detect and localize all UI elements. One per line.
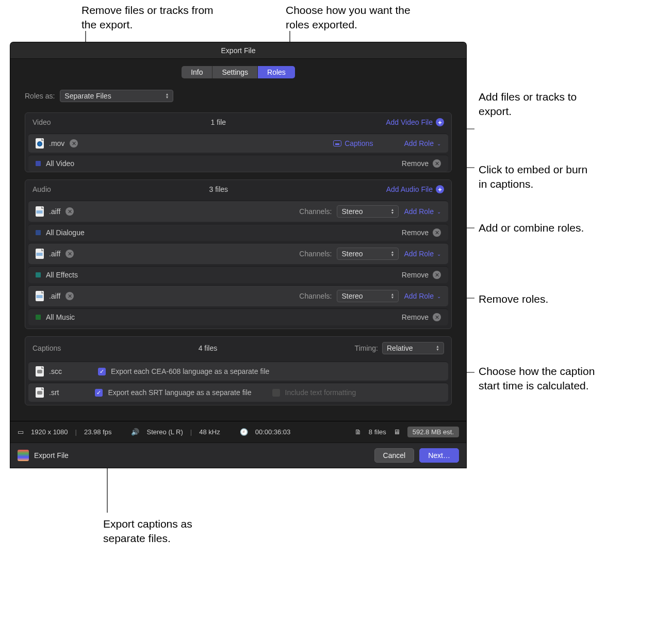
- cancel-button[interactable]: Cancel: [374, 448, 415, 463]
- caption-file-icon: [36, 387, 44, 398]
- next-button[interactable]: Next…: [419, 448, 459, 463]
- channels-select[interactable]: Stereo ▲▼: [337, 205, 399, 218]
- captions-section: Captions 4 files Timing: Relative ▲▼ .sc…: [25, 336, 452, 405]
- include-formatting-checkbox[interactable]: ✓: [272, 389, 280, 397]
- status-size: 592.8 MB est.: [407, 427, 459, 437]
- captions-count: 4 files: [61, 344, 354, 352]
- remove-role-button[interactable]: Remove ✕: [402, 159, 441, 168]
- remove-role-button[interactable]: Remove ✕: [402, 228, 441, 237]
- srt-checkbox[interactable]: ✓: [95, 389, 103, 397]
- tab-bar: Info Settings Roles: [10, 66, 466, 78]
- tab-roles[interactable]: Roles: [258, 66, 295, 78]
- updown-icon: ▲▼: [390, 251, 394, 257]
- audio-role-row: All Music Remove ✕: [28, 308, 448, 325]
- video-role-name: All Video: [46, 159, 74, 168]
- channels-label: Channels:: [299, 250, 332, 258]
- remove-file-icon[interactable]: ✕: [65, 207, 74, 216]
- roles-as-select[interactable]: Separate Files ▲▼: [60, 90, 173, 102]
- roles-as-value: Separate Files: [64, 92, 111, 100]
- window-title: Export File: [221, 46, 256, 55]
- tab-settings[interactable]: Settings: [212, 66, 258, 78]
- video-file-row: .mov ✕ Captions Add Role ⌄: [28, 134, 448, 153]
- add-audio-file-button[interactable]: Add Audio File +: [386, 185, 444, 193]
- swatch: [36, 315, 41, 320]
- add-role-audio-button[interactable]: Add Role ⌄: [404, 207, 441, 216]
- plus-icon: +: [436, 185, 444, 193]
- annotation-timing: Choose how the caption start time is cal…: [479, 364, 597, 394]
- annotation-remove-roles: Remove roles.: [479, 292, 582, 306]
- updown-icon: ▲▼: [390, 208, 394, 215]
- chevron-down-icon: ⌄: [437, 293, 441, 299]
- footer-title: Export File: [34, 451, 69, 460]
- scc-checkbox[interactable]: ✓: [98, 368, 106, 375]
- status-bar: ▭ 1920 x 1080 | 23.98 fps 🔊 Stereo (L R)…: [10, 421, 466, 443]
- add-role-audio-button[interactable]: Add Role ⌄: [404, 292, 441, 300]
- updown-icon: ▲▼: [165, 93, 169, 99]
- add-role-audio-button[interactable]: Add Role ⌄: [404, 250, 441, 258]
- remove-file-icon[interactable]: ✕: [65, 292, 74, 300]
- app-icon: [18, 450, 29, 461]
- annotation-remove-files: Remove files or tracks from the export.: [81, 3, 226, 32]
- aiff-file-icon: [36, 249, 44, 259]
- annotation-choose-roles: Choose how you want the roles exported.: [286, 3, 430, 32]
- caption-file-icon: [36, 366, 44, 377]
- speaker-icon: 🔊: [131, 428, 139, 436]
- role-name: All Effects: [46, 271, 78, 279]
- tab-info[interactable]: Info: [182, 66, 212, 78]
- titlebar: Export File: [10, 42, 466, 59]
- close-icon: ✕: [433, 313, 441, 321]
- include-formatting-label: Include text formatting: [285, 388, 356, 397]
- export-window: Export File Info Settings Roles Roles as…: [10, 42, 466, 468]
- file-icon: 🗎: [355, 428, 362, 436]
- channels-select[interactable]: Stereo ▲▼: [337, 248, 399, 260]
- annotation-captions-embed: Click to embed or burn in captions.: [479, 162, 597, 192]
- status-duration: 00:00:36:03: [255, 428, 291, 436]
- channels-label: Channels:: [299, 207, 332, 216]
- video-file-ext: .mov: [49, 139, 64, 148]
- caption-scc-row: .scc ✓ Export each CEA-608 language as a…: [28, 362, 448, 381]
- caption-srt-row: .srt ✓ Export each SRT language as a sep…: [28, 383, 448, 402]
- audio-section: Audio 3 files Add Audio File + .aiff ✕ C…: [25, 179, 452, 329]
- annotation-add-combine: Add or combine roles.: [479, 221, 597, 235]
- display-icon: 🖥: [394, 428, 400, 436]
- audio-file-row: .aiff ✕ Channels: Stereo ▲▼ Add Role ⌄: [28, 243, 448, 264]
- swatch: [36, 161, 41, 166]
- audio-file-row: .aiff ✕ Channels: Stereo ▲▼ Add Role ⌄: [28, 201, 448, 222]
- role-name: All Music: [46, 313, 75, 321]
- captions-title: Captions: [32, 344, 61, 352]
- audio-title: Audio: [32, 185, 51, 193]
- aiff-file-icon: [36, 206, 44, 217]
- audio-role-row: All Effects Remove ✕: [28, 266, 448, 283]
- close-icon: ✕: [433, 159, 441, 168]
- channels-label: Channels:: [299, 292, 332, 300]
- srt-label: Export each SRT language as a separate f…: [108, 388, 251, 397]
- status-khz: 48 kHz: [199, 428, 220, 436]
- aiff-file-icon: [36, 291, 44, 301]
- annotation-add-files: Add files or tracks to export.: [479, 90, 582, 119]
- audio-file-row: .aiff ✕ Channels: Stereo ▲▼ Add Role ⌄: [28, 285, 448, 306]
- scc-label: Export each CEA-608 language as a separa…: [111, 367, 269, 375]
- role-name: All Dialogue: [46, 228, 85, 237]
- footer: Export File Cancel Next…: [10, 443, 466, 468]
- chevron-down-icon: ⌄: [437, 251, 441, 257]
- add-video-file-button[interactable]: Add Video File +: [386, 118, 444, 126]
- updown-icon: ▲▼: [436, 345, 439, 351]
- remove-file-icon[interactable]: ✕: [70, 139, 78, 148]
- captions-button[interactable]: Captions: [333, 139, 373, 148]
- monitor-icon: ▭: [18, 428, 24, 436]
- timing-select[interactable]: Relative ▲▼: [382, 342, 444, 354]
- status-fps: 23.98 fps: [84, 428, 112, 436]
- video-section: Video 1 file Add Video File + .mov ✕ Cap…: [25, 112, 452, 172]
- close-icon: ✕: [433, 228, 441, 237]
- annotation-export-captions: Export captions as separate files.: [103, 517, 222, 546]
- remove-role-button[interactable]: Remove ✕: [402, 271, 441, 279]
- remove-role-button[interactable]: Remove ✕: [402, 313, 441, 321]
- remove-file-icon[interactable]: ✕: [65, 250, 74, 258]
- status-audio: Stereo (L R): [146, 428, 183, 436]
- updown-icon: ▲▼: [390, 293, 394, 299]
- timing-label: Timing:: [355, 344, 378, 352]
- audio-count: 3 files: [51, 185, 386, 193]
- channels-select[interactable]: Stereo ▲▼: [337, 290, 399, 302]
- add-role-video-button[interactable]: Add Role ⌄: [404, 139, 441, 148]
- status-resolution: 1920 x 1080: [31, 428, 68, 436]
